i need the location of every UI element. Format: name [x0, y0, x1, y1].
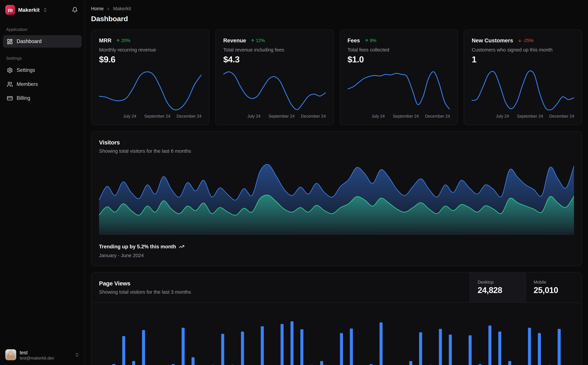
stat-description: Monthly recurring revenue — [99, 47, 201, 52]
visitors-trend-text: Trending up by 5.2% this month — [99, 244, 176, 250]
main-content: Home Makerkit Dashboard MRR 20% Monthly … — [85, 0, 588, 365]
chevrons-up-down-icon — [43, 7, 48, 12]
user-email: test@makerkit.dev — [20, 356, 54, 360]
page-title: Dashboard — [91, 15, 582, 23]
stat-card-revenue: Revenue 12% Total revenue including fees… — [215, 29, 334, 125]
visitors-date-range: January - June 2024 — [99, 253, 574, 258]
page-views-subtitle: Showing total visitors for the last 3 mo… — [99, 289, 462, 295]
sparkline-axis: July 24September 24December 24 — [99, 114, 201, 119]
stat-value: 1 — [472, 54, 574, 65]
trend-up-icon — [116, 38, 120, 42]
chevrons-up-down-icon — [74, 352, 79, 357]
stat-value: $9.6 — [99, 54, 201, 65]
mobile-label: Mobile — [533, 280, 574, 284]
sidebar-item-billing[interactable]: Billing — [3, 92, 82, 104]
page-views-toggle-mobile[interactable]: Mobile 25,010 — [526, 273, 581, 302]
visitors-area-chart — [99, 161, 574, 235]
user-meta: test test@makerkit.dev — [20, 350, 54, 360]
sparkline-axis: July 24September 24December 24 — [472, 114, 574, 119]
revenue-sparkline-chart — [223, 70, 326, 112]
sidebar-item-label: Settings — [17, 67, 35, 73]
stat-title: MRR — [99, 37, 111, 43]
stat-title: Revenue — [223, 37, 246, 43]
user-name: test — [20, 350, 54, 355]
sidebar-item-label: Members — [17, 81, 38, 87]
makerkit-logo: m — [5, 5, 15, 15]
trend-badge: 9% — [365, 38, 376, 43]
visitors-card: Visitors Showing total visitors for the … — [91, 131, 582, 266]
sidebar-item-label: Billing — [17, 95, 30, 101]
notifications-button[interactable] — [70, 5, 79, 14]
fees-sparkline-chart — [347, 70, 450, 112]
sidebar-item-label: Dashboard — [17, 39, 42, 44]
workspace-selector[interactable]: m Makerkit — [5, 5, 48, 15]
trend-down-icon — [518, 38, 522, 42]
sidebar-item-settings[interactable]: Settings — [3, 64, 82, 76]
trend-badge: 12% — [251, 38, 265, 43]
nav-section-application: Application — [0, 20, 85, 35]
stat-description: Total revenue including fees — [223, 47, 326, 52]
new-customers-sparkline-chart — [472, 70, 574, 112]
avatar — [5, 349, 16, 360]
sparkline-axis: July 24September 24December 24 — [347, 114, 450, 119]
page-views-toggle-desktop[interactable]: Desktop 24,828 — [470, 273, 526, 302]
app-root: m Makerkit Application Dashboard Setting… — [0, 0, 588, 365]
trend-badge: 20% — [116, 38, 130, 43]
stat-description: Total fees collected — [347, 47, 450, 52]
stat-title: Fees — [347, 37, 360, 43]
stat-card-new-customers: New Customers -25% Customers who signed … — [464, 29, 582, 125]
desktop-value: 24,828 — [478, 285, 518, 295]
members-icon — [7, 81, 13, 87]
chevron-right-icon — [106, 7, 111, 11]
desktop-label: Desktop — [478, 280, 518, 284]
stat-card-mrr: MRR 20% Monthly recurring revenue $9.6 J… — [91, 29, 209, 125]
sidebar: m Makerkit Application Dashboard Setting… — [0, 0, 85, 365]
trending-up-icon — [179, 244, 184, 250]
sidebar-item-members[interactable]: Members — [3, 78, 82, 90]
trend-up-icon — [251, 38, 255, 42]
breadcrumb-current: Makerkit — [113, 6, 131, 11]
dashboard-icon — [7, 38, 13, 44]
page-views-card: Page Views Showing total visitors for th… — [91, 272, 582, 365]
sparkline-axis: July 24September 24December 24 — [223, 114, 326, 119]
stat-card-fees: Fees 9% Total fees collected $1.0 July 2… — [339, 29, 458, 125]
stat-cards-row: MRR 20% Monthly recurring revenue $9.6 J… — [91, 29, 582, 125]
breadcrumb-home-link[interactable]: Home — [91, 6, 104, 11]
mobile-value: 25,010 — [533, 285, 574, 295]
trend-badge: -25% — [518, 38, 533, 43]
page-views-header: Page Views Showing total visitors for th… — [91, 273, 581, 303]
bell-icon — [72, 7, 78, 13]
page-views-title: Page Views — [99, 280, 462, 287]
stat-description: Customers who signed up this month — [472, 47, 574, 52]
stat-value: $4.3 — [223, 54, 326, 65]
stat-title: New Customers — [472, 37, 513, 43]
visitors-footer: Trending up by 5.2% this month January -… — [99, 244, 574, 258]
page-views-bar-chart — [99, 308, 574, 365]
workspace-name: Makerkit — [18, 7, 40, 13]
sidebar-header: m Makerkit — [0, 0, 85, 20]
visitors-subtitle: Showing total visitors for the last 6 mo… — [99, 148, 574, 154]
nav-section-settings: Settings — [0, 48, 85, 63]
trend-up-icon — [365, 38, 369, 42]
billing-icon — [7, 95, 13, 101]
sidebar-item-dashboard[interactable]: Dashboard — [3, 35, 82, 48]
account-menu[interactable]: test test@makerkit.dev — [0, 344, 85, 365]
breadcrumb: Home Makerkit — [91, 6, 582, 11]
screen: m Makerkit Application Dashboard Setting… — [0, 0, 588, 365]
stat-value: $1.0 — [347, 54, 450, 65]
mrr-sparkline-chart — [99, 70, 201, 112]
visitors-title: Visitors — [99, 139, 574, 146]
gear-icon — [7, 67, 13, 73]
